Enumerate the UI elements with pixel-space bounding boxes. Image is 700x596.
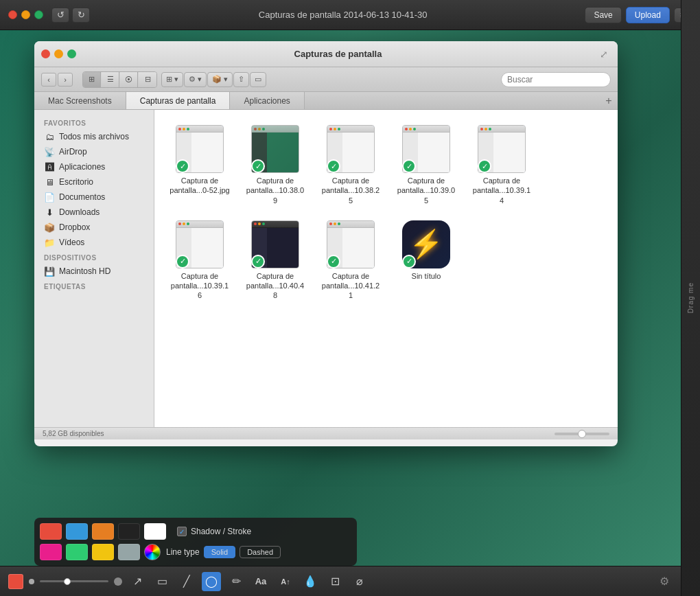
color-rainbow[interactable] bbox=[144, 544, 161, 560]
settings-button[interactable]: ⚙ bbox=[656, 573, 673, 590]
stroke-slider[interactable] bbox=[40, 580, 108, 582]
tab-add-button[interactable]: + bbox=[600, 92, 618, 109]
dropbox-icon: 📦 bbox=[44, 222, 55, 233]
close-button[interactable] bbox=[8, 10, 17, 19]
solid-button[interactable]: Solid bbox=[204, 546, 235, 558]
finder-toolbar: ‹ › ⊞ ☰ ⦿ ⊟ ⊞ ▾ ⚙ ▾ 📦 ▾ ⇧ ▭ bbox=[34, 67, 618, 92]
color-yellow[interactable] bbox=[92, 544, 114, 560]
file-item[interactable]: ✓ Captura depantalla...10.39.16 bbox=[165, 216, 234, 305]
arrange-buttons: ⊞ ▾ ⚙ ▾ 📦 ▾ ⇧ ▭ bbox=[161, 72, 266, 87]
documentos-icon: 📄 bbox=[44, 192, 55, 203]
color-blue[interactable] bbox=[66, 523, 88, 540]
arrange-btn[interactable]: ⊞ ▾ bbox=[161, 72, 183, 87]
file-icon-wrapper: ⚡ ✓ bbox=[402, 220, 450, 268]
arrow-tool[interactable]: ↗ bbox=[128, 572, 147, 591]
color-white[interactable] bbox=[144, 523, 166, 540]
toolbar-nav-buttons: ↺ ↻ bbox=[51, 8, 90, 23]
edit-btn[interactable]: ▭ bbox=[250, 72, 266, 87]
sidebar-item-airdrop[interactable]: 📡 AirDrop bbox=[34, 144, 154, 159]
shadow-stroke-label: Shadow / Stroke bbox=[191, 527, 251, 536]
finder-fullscreen[interactable]: ⤢ bbox=[600, 49, 611, 60]
file-item[interactable]: ✓ Captura depantalla...10.39.14 bbox=[467, 121, 536, 209]
dot-large bbox=[114, 577, 122, 586]
dashed-button[interactable]: Dashed bbox=[240, 546, 281, 558]
sidebar-item-todos[interactable]: 🗂 Todos mis archivos bbox=[34, 129, 154, 144]
file-item[interactable]: ✓ Captura depantalla...10.38.25 bbox=[316, 121, 385, 209]
minimize-button[interactable] bbox=[21, 10, 30, 19]
share-btn[interactable]: ⇧ bbox=[233, 72, 249, 87]
rectangle-tool[interactable]: ▭ bbox=[152, 572, 172, 591]
file-name: Captura depantalla...10.38.09 bbox=[245, 176, 305, 205]
ellipse-tool[interactable]: ◯ bbox=[202, 572, 221, 591]
eyedropper-tool[interactable]: ⌀ bbox=[350, 572, 369, 591]
line-type-row: Line type Solid Dashed bbox=[166, 546, 281, 558]
sidebar-item-macintosh[interactable]: 💾 Macintosh HD bbox=[34, 264, 154, 279]
active-color-swatch[interactable] bbox=[8, 574, 23, 589]
finder-forward[interactable]: › bbox=[58, 73, 73, 87]
upload-button[interactable]: Upload bbox=[626, 7, 670, 23]
sidebar-item-downloads[interactable]: ⬇ Downloads bbox=[34, 205, 154, 220]
dot-small bbox=[29, 579, 34, 584]
file-item[interactable]: ✓ Captura depantalla...10.40.48 bbox=[241, 216, 310, 305]
drag-handle[interactable]: Drag me bbox=[681, 0, 700, 596]
color-gray[interactable] bbox=[118, 544, 140, 560]
sidebar-item-documentos[interactable]: 📄 Documentos bbox=[34, 190, 154, 205]
finder-statusbar: 5,82 GB disponibles bbox=[34, 427, 618, 439]
sidebar-item-escritorio[interactable]: 🖥 Escritorio bbox=[34, 174, 154, 190]
search-box[interactable] bbox=[501, 72, 611, 87]
zoom-slider[interactable] bbox=[555, 433, 609, 435]
tab-capturas[interactable]: Capturas de pantalla bbox=[126, 92, 231, 109]
view-list[interactable]: ☰ bbox=[102, 72, 119, 87]
color-row-2 bbox=[40, 544, 161, 560]
view-icon[interactable]: ⊞ bbox=[83, 72, 101, 87]
line-tool[interactable]: ╱ bbox=[177, 572, 196, 591]
dropbox-btn[interactable]: 📦 ▾ bbox=[207, 72, 233, 87]
file-item[interactable]: ✓ Captura de pantalla...0-52.jpg bbox=[165, 121, 234, 209]
crop-tool[interactable]: ⊡ bbox=[325, 572, 345, 591]
checkmark-badge: ✓ bbox=[402, 159, 416, 173]
file-icon-wrapper: ✓ bbox=[251, 220, 299, 268]
file-name: Captura de pantalla...0-52.jpg bbox=[170, 176, 230, 196]
finder-back[interactable]: ‹ bbox=[41, 73, 56, 87]
search-input[interactable] bbox=[507, 75, 605, 84]
undo-button[interactable]: ↺ bbox=[51, 8, 69, 23]
view-cover[interactable]: ⊟ bbox=[139, 72, 156, 87]
file-item[interactable]: ✓ Captura depantalla...10.39.05 bbox=[392, 121, 460, 209]
finder-maximize[interactable] bbox=[67, 49, 76, 58]
finder-minimize[interactable] bbox=[54, 49, 63, 58]
finder-close[interactable] bbox=[41, 49, 50, 58]
sidebar-item-videos[interactable]: 📁 Vídeos bbox=[34, 235, 154, 250]
color-black[interactable] bbox=[118, 523, 140, 540]
shadow-stroke-checkbox[interactable]: ✓ bbox=[177, 527, 187, 536]
color-pink[interactable] bbox=[40, 544, 62, 560]
color-red[interactable] bbox=[40, 523, 62, 540]
file-item[interactable]: ✓ Captura depantalla...10.41.21 bbox=[316, 216, 385, 305]
tab-aplicaciones[interactable]: Aplicaciones bbox=[230, 92, 304, 109]
color-green[interactable] bbox=[66, 544, 88, 560]
save-button[interactable]: Save bbox=[585, 7, 621, 23]
color-orange[interactable] bbox=[92, 523, 114, 540]
pen-tool[interactable]: ✏ bbox=[226, 572, 246, 591]
sidebar-item-aplicaciones[interactable]: 🅰 Aplicaciones bbox=[34, 159, 154, 174]
checkmark-badge: ✓ bbox=[327, 255, 340, 268]
drawing-toolbar: ↗ ▭ ╱ ◯ ✏ Aa A↑ 💧 ⊡ ⌀ ⚙ bbox=[0, 566, 681, 596]
checkmark-badge: ✓ bbox=[251, 255, 265, 268]
sidebar-item-label: Macintosh HD bbox=[59, 266, 110, 276]
checkmark-badge: ✓ bbox=[176, 159, 189, 173]
action-btn[interactable]: ⚙ ▾ bbox=[184, 72, 207, 87]
tab-mac-screenshots[interactable]: Mac Screenshots bbox=[34, 92, 126, 109]
view-columns[interactable]: ⦿ bbox=[120, 72, 138, 87]
text-small-tool[interactable]: Aa bbox=[251, 572, 270, 591]
redo-button[interactable]: ↻ bbox=[72, 8, 90, 23]
zoom-slider-thumb bbox=[578, 430, 586, 438]
text-large-tool[interactable]: A↑ bbox=[276, 572, 295, 591]
file-item[interactable]: ✓ Captura depantalla...10.38.09 bbox=[241, 121, 310, 209]
section-title-etiquetas: ETIQUETAS bbox=[34, 279, 154, 293]
fill-tool[interactable]: 💧 bbox=[301, 572, 320, 591]
maximize-button[interactable] bbox=[34, 10, 43, 19]
file-item[interactable]: ⚡ ✓ Sin título bbox=[392, 216, 460, 305]
checkmark-badge: ✓ bbox=[251, 159, 265, 173]
sidebar-item-dropbox[interactable]: 📦 Dropbox bbox=[34, 220, 154, 235]
sidebar-item-label: Downloads bbox=[59, 207, 100, 217]
sidebar-item-label: Dropbox bbox=[59, 222, 90, 232]
